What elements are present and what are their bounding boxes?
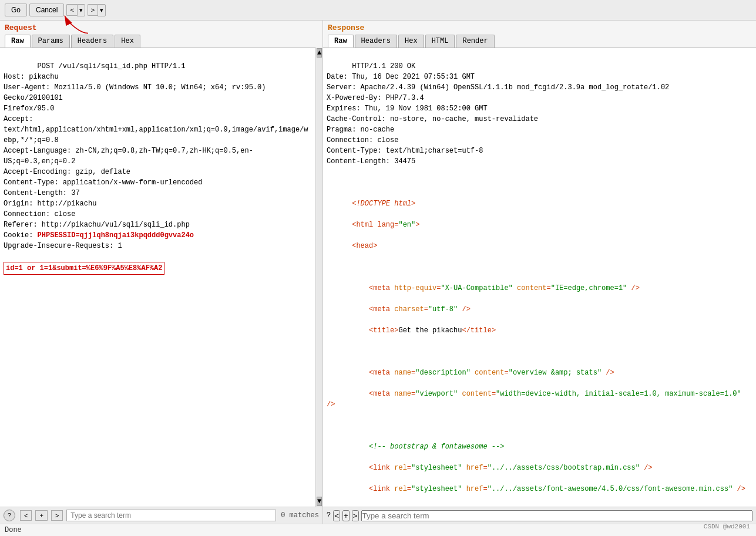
- cancel-button[interactable]: Cancel: [29, 4, 64, 16]
- post-body-highlight: id=1 or 1=1&submit=%E6%9F%A5%E8%AF%A2: [4, 262, 164, 275]
- help-icon-right: ?: [327, 511, 331, 520]
- tab-raw-request[interactable]: Raw: [5, 35, 31, 48]
- tab-html-response[interactable]: HTML: [425, 35, 455, 48]
- help-button-left[interactable]: ?: [4, 510, 15, 521]
- response-header: Response Raw Headers Hex HTML Render: [323, 21, 756, 48]
- title-tag: <title>Get the pikachu</title>: [352, 326, 496, 335]
- next-button-right[interactable]: >: [352, 510, 359, 521]
- meta-desc-tag: <meta name="description" content="overvi…: [352, 369, 614, 377]
- bottom-left-controls: ? < + > 0 matches: [4, 510, 319, 521]
- tab-hex-response[interactable]: Hex: [398, 35, 424, 48]
- request-body: POST /vul/sqli/sqli_id.php HTTP/1.1 Host…: [0, 48, 322, 507]
- watermark: CSDN @wd2001: [704, 523, 750, 530]
- go-button[interactable]: Go: [5, 4, 27, 16]
- request-scrollbar[interactable]: ▲ ▼: [315, 48, 322, 507]
- response-panel: Response Raw Headers Hex HTML Render HTT…: [323, 21, 756, 507]
- post-body-text: id=1 or 1=1&submit=%E6%9F%A5%E8%AF%A2: [6, 264, 162, 272]
- comment-bootstrap: <!-- bootstrap & fontawesome -->: [352, 443, 504, 451]
- meta-charset-tag: <meta charset="utf-8" />: [352, 305, 471, 313]
- response-title: Response: [328, 23, 751, 32]
- request-header: Request Raw Params Headers Hex: [0, 21, 322, 48]
- request-title: Request: [5, 23, 318, 32]
- tab-raw-response[interactable]: Raw: [328, 35, 354, 48]
- back-dropdown-button[interactable]: ▾: [77, 4, 85, 16]
- tab-hex-request[interactable]: Hex: [115, 35, 140, 48]
- request-tabs: Raw Params Headers Hex: [5, 35, 318, 48]
- tab-headers-response[interactable]: Headers: [355, 35, 397, 48]
- request-panel: Request Raw Params Headers Hex POST /vul…: [0, 21, 323, 507]
- search-input-left[interactable]: [66, 510, 276, 521]
- prev-button-left[interactable]: <: [20, 510, 32, 521]
- request-text: POST /vul/sqli/sqli_id.php HTTP/1.1 Host…: [4, 62, 308, 250]
- html-open-tag: <html lang="en">: [352, 221, 419, 229]
- bottom-right-bar: ? < + >: [323, 507, 756, 524]
- scrollbar-down[interactable]: ▼: [317, 497, 322, 506]
- response-headers-text: HTTP/1.1 200 OK Date: Thu, 16 Dec 2021 0…: [327, 62, 669, 166]
- main-content: Request Raw Params Headers Hex POST /vul…: [0, 21, 756, 507]
- add-button-left[interactable]: +: [35, 510, 47, 521]
- meta-compat-tag: <meta http-equiv="X-UA-Compatible" conte…: [352, 284, 640, 292]
- response-tabs: Raw Headers Hex HTML Render: [328, 35, 751, 48]
- back-button[interactable]: <: [66, 4, 76, 16]
- status-bar: Done: [0, 524, 756, 536]
- toolbar: Go Cancel < ▾ > ▾: [0, 0, 756, 21]
- scrollbar-up[interactable]: ▲: [317, 48, 322, 58]
- forward-nav: > ▾: [88, 4, 106, 16]
- match-count-left: 0 matches: [281, 511, 319, 520]
- search-input-right[interactable]: [361, 510, 752, 521]
- next-button-left[interactable]: >: [51, 510, 63, 521]
- bottom-left-bar: ? < + > 0 matches: [0, 507, 323, 524]
- scrollbar-track: [316, 58, 322, 496]
- head-open-tag: <head>: [352, 242, 377, 250]
- response-content[interactable]: HTTP/1.1 200 OK Date: Thu, 16 Dec 2021 0…: [323, 48, 756, 507]
- tab-params-request[interactable]: Params: [32, 35, 70, 48]
- doctype-line: <!DOCTYPE html>: [352, 200, 415, 208]
- link-fontawesome: <link rel="stylesheet" href="../../asset…: [352, 485, 745, 493]
- tab-render-response[interactable]: Render: [456, 35, 494, 48]
- bottom-combined: ? < + > 0 matches ? < + >: [0, 507, 756, 524]
- meta-viewport-tag: <meta name="viewport" content="width=dev…: [327, 390, 745, 409]
- add-button-right[interactable]: +: [342, 510, 350, 521]
- help-button-right[interactable]: ?: [327, 511, 331, 520]
- cookie-value: PHPSESSID=qjjlqh8nqjai3kpqddd0gvva24o: [38, 231, 194, 240]
- status-text: Done: [5, 526, 22, 534]
- back-nav: < ▾: [66, 4, 85, 16]
- tab-headers-request[interactable]: Headers: [71, 35, 113, 48]
- forward-button[interactable]: >: [88, 4, 98, 16]
- prev-button-right[interactable]: <: [333, 510, 340, 521]
- link-bootstrap: <link rel="stylesheet" href="../../asset…: [352, 464, 652, 472]
- help-icon-left: ?: [8, 512, 12, 519]
- forward-dropdown-button[interactable]: ▾: [98, 4, 106, 16]
- request-content[interactable]: POST /vul/sqli/sqli_id.php HTTP/1.1 Host…: [0, 48, 315, 507]
